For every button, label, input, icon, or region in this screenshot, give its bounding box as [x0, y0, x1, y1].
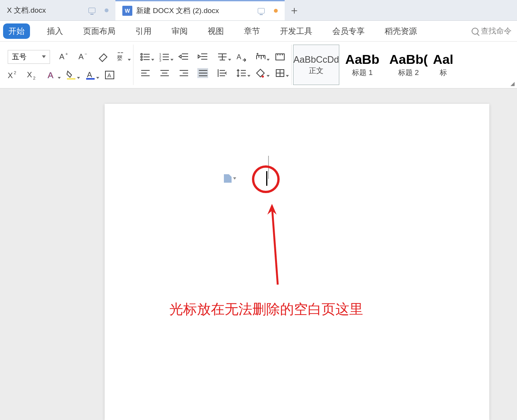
tab-unsaved-dot: [274, 9, 278, 13]
text-direction-icon[interactable]: A: [236, 52, 247, 62]
style-preview: AaBb(: [389, 52, 428, 67]
document-canvas-area: 光标放在无法删除的空白页这里: [0, 88, 517, 420]
svg-text:A: A: [237, 53, 241, 61]
tab-title: 新建 DOCX 文档 (2).docx: [136, 6, 219, 16]
shading-icon[interactable]: [255, 68, 266, 78]
style-gallery: AaBbCcDd 正文 AaBb 标题 1 AaBb( 标题 2 Aal 标: [292, 45, 456, 85]
asian-layout-icon[interactable]: [217, 52, 227, 62]
svg-text:A: A: [59, 52, 65, 61]
ribbon-paragraph-group: 123 A: [133, 45, 292, 85]
numbered-list-icon[interactable]: 123: [159, 52, 170, 62]
borders-icon[interactable]: [274, 68, 285, 78]
document-tabbar: X 文档.docx W 新建 DOCX 文档 (2).docx ＋: [0, 0, 517, 21]
style-normal[interactable]: AaBbCcDd 正文: [293, 45, 339, 85]
menu-review[interactable]: 审阅: [168, 21, 191, 41]
ruler-icon[interactable]: [255, 52, 266, 62]
menu-member[interactable]: 会员专享: [329, 21, 368, 41]
svg-text:婴: 婴: [117, 55, 123, 61]
style-heading2[interactable]: AaBb( 标题 2: [385, 45, 432, 85]
svg-text:X: X: [8, 71, 13, 80]
style-label: 标: [440, 68, 447, 78]
bullet-list-icon[interactable]: [140, 52, 150, 62]
style-heading1[interactable]: AaBb 标题 1: [339, 45, 385, 85]
line-spacing-icon[interactable]: [236, 68, 247, 78]
increase-indent-icon[interactable]: [197, 52, 208, 62]
decrease-indent-icon[interactable]: [178, 52, 189, 62]
menu-chapter[interactable]: 章节: [241, 21, 263, 41]
menu-view[interactable]: 视图: [205, 21, 227, 41]
style-preview: AaBb: [345, 52, 380, 67]
svg-text:A: A: [107, 72, 111, 78]
tab-status-dot: [105, 8, 108, 12]
search-icon: [472, 28, 479, 35]
menu-docer[interactable]: 稻壳资源: [382, 21, 420, 41]
annotation-circle: [252, 165, 280, 193]
chevron-down-icon: [42, 55, 46, 58]
svg-text:A: A: [87, 70, 92, 79]
style-heading3[interactable]: Aal 标: [432, 45, 455, 85]
superscript-icon[interactable]: X2: [8, 70, 18, 80]
svg-text:−: −: [85, 52, 87, 56]
style-preview: Aal: [433, 52, 454, 67]
menu-start[interactable]: 开始: [3, 23, 30, 39]
highlight-icon[interactable]: [65, 70, 76, 80]
style-preview: AaBbCcDd: [294, 54, 339, 65]
align-center-icon[interactable]: [159, 68, 170, 78]
text-effects-icon[interactable]: A: [46, 70, 57, 80]
decrease-font-icon[interactable]: A−: [78, 52, 88, 62]
svg-text:2: 2: [14, 70, 16, 75]
svg-point-19: [141, 59, 142, 60]
tab-active-doc[interactable]: W 新建 DOCX 文档 (2).docx: [115, 0, 285, 20]
tab-inactive-doc[interactable]: X 文档.docx: [0, 0, 115, 20]
menu-dev-tools[interactable]: 开发工具: [277, 21, 315, 41]
search-label: 查找命令: [481, 26, 512, 36]
subscript-icon[interactable]: X2: [27, 70, 38, 80]
menu-insert[interactable]: 插入: [44, 21, 66, 41]
new-tab-button[interactable]: ＋: [285, 3, 304, 18]
pinyin-guide-icon[interactable]: 婴: [116, 52, 127, 62]
ribbon-font-group: 五号 A+ A− 婴 X2 X2 A A A: [2, 45, 133, 85]
tab-stops-icon[interactable]: [274, 52, 285, 62]
align-justify-icon[interactable]: [197, 68, 208, 78]
font-color-icon[interactable]: A: [85, 70, 95, 80]
screen-icon[interactable]: [258, 8, 265, 13]
svg-text:2: 2: [33, 76, 35, 80]
search-command[interactable]: 查找命令: [472, 26, 517, 36]
svg-text:A: A: [48, 70, 53, 80]
main-menubar: 开始 插入 页面布局 引用 审阅 视图 章节 开发工具 会员专享 稻壳资源 查找…: [0, 21, 517, 42]
align-right-icon[interactable]: [178, 68, 189, 78]
document-icon: [224, 174, 232, 183]
svg-point-17: [141, 56, 142, 58]
tab-title: X 文档.docx: [7, 5, 46, 15]
menu-references[interactable]: 引用: [132, 21, 155, 41]
svg-text:3: 3: [159, 58, 161, 62]
font-size-select[interactable]: 五号: [8, 50, 50, 64]
ribbon-dialog-launcher[interactable]: ◢: [510, 80, 515, 87]
svg-text:A: A: [78, 52, 84, 61]
eraser-icon[interactable]: [97, 52, 108, 62]
svg-text:+: +: [65, 52, 68, 56]
ribbon-toolbar: 五号 A+ A− 婴 X2 X2 A A A 123 A: [0, 42, 517, 88]
svg-rect-12: [86, 78, 95, 80]
chevron-down-icon: [233, 177, 236, 180]
font-size-value: 五号: [12, 52, 27, 62]
svg-point-15: [141, 53, 142, 55]
svg-text:X: X: [27, 70, 32, 79]
screen-icon[interactable]: [88, 8, 95, 13]
paragraph-handle[interactable]: [224, 174, 236, 183]
style-label: 标题 2: [398, 68, 419, 78]
annotation-arrow: [266, 204, 289, 288]
style-label: 标题 1: [352, 68, 373, 78]
annotation-text: 光标放在无法删除的空白页这里: [169, 300, 363, 319]
align-left-icon[interactable]: [140, 68, 150, 78]
word-doc-icon: W: [122, 6, 132, 16]
document-page[interactable]: 光标放在无法删除的空白页这里: [105, 104, 489, 420]
svg-rect-10: [67, 78, 75, 80]
char-border-icon[interactable]: A: [104, 70, 115, 80]
align-distribute-icon[interactable]: [217, 68, 227, 78]
increase-font-icon[interactable]: A+: [58, 52, 69, 62]
menu-page-layout[interactable]: 页面布局: [80, 21, 118, 41]
style-label: 正文: [309, 66, 324, 76]
